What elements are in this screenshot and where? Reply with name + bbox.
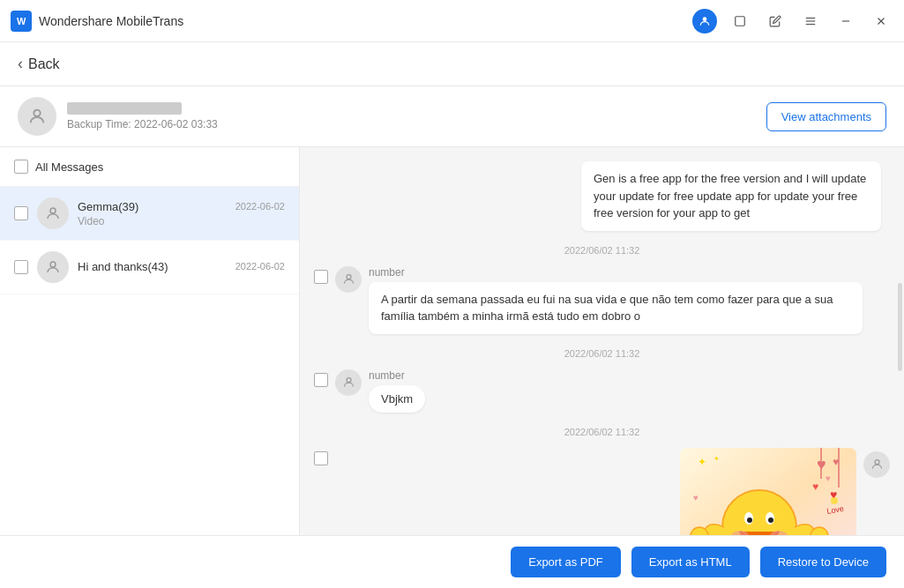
bottom-bar: Export as PDF Export as HTML Restore to …	[0, 535, 904, 588]
minimize-icon[interactable]	[833, 9, 858, 33]
contact-info: Backup Time: 2022-06-02 03:33	[18, 97, 218, 136]
menu-icon[interactable]	[798, 9, 823, 33]
right-panel-wrapper: Gen is a free app for the free version a…	[300, 147, 904, 535]
svg-text:✦: ✦	[698, 456, 706, 468]
export-html-button[interactable]: Export as HTML	[631, 547, 750, 577]
message-checkbox[interactable]	[314, 373, 328, 387]
all-messages-label: All Messages	[35, 160, 103, 174]
image-bubble: ♥ ♥ ♥ ✦ ✦ ♥ ♥	[680, 448, 856, 536]
back-button[interactable]: ‹ Back	[18, 55, 60, 73]
all-messages-checkbox[interactable]	[14, 160, 28, 174]
svg-point-13	[347, 275, 351, 279]
backup-time: Backup Time: 2022-06-02 03:33	[67, 118, 218, 130]
message-bubble: A partir da semana passada eu fui na sua…	[369, 282, 863, 334]
message-avatar	[335, 369, 362, 396]
scrollbar-thumb[interactable]	[898, 283, 902, 371]
right-message-avatar	[863, 451, 890, 478]
restore-device-button[interactable]: Restore to Device	[760, 547, 886, 577]
svg-point-2	[703, 17, 707, 21]
app-title: Wondershare MobileTrans	[39, 14, 692, 28]
svg-text:♥: ♥	[826, 473, 831, 483]
title-bar: W Wondershare MobileTrans	[0, 0, 904, 42]
window-icon[interactable]	[728, 9, 752, 33]
view-attachments-button[interactable]: View attachments	[766, 102, 886, 131]
svg-text:✦: ✦	[713, 455, 720, 463]
conversation-info: Gemma(39) 2022-06-02 Video	[78, 200, 285, 227]
contact-details: Backup Time: 2022-06-02 03:33	[67, 102, 218, 130]
svg-point-14	[347, 378, 351, 383]
conv-date: 2022-06-02	[235, 261, 285, 272]
conv-name-row: Hi and thanks(43) 2022-06-02	[78, 260, 285, 273]
svg-text:♥: ♥	[833, 456, 839, 468]
contact-avatar	[18, 97, 56, 136]
contact-name-blurred	[67, 102, 182, 115]
svg-point-10	[34, 110, 40, 116]
conv-preview: Video	[78, 215, 285, 227]
message-avatar	[335, 266, 362, 293]
export-pdf-button[interactable]: Export as PDF	[511, 547, 621, 577]
message-block: number A partir da semana passada eu fui…	[314, 266, 890, 334]
back-arrow-icon: ‹	[18, 55, 23, 73]
message-body: number A partir da semana passada eu fui…	[369, 266, 890, 334]
svg-text:♥: ♥	[693, 493, 699, 502]
conv-name-row: Gemma(39) 2022-06-02	[78, 200, 285, 213]
message-checkbox[interactable]	[314, 270, 328, 284]
conversation-list: Gemma(39) 2022-06-02 Video	[0, 187, 299, 535]
svg-point-30	[768, 517, 773, 523]
left-panel: All Messages Gemma(39) 2022-06-02	[0, 147, 300, 535]
message-sender: number	[369, 266, 890, 279]
vbjkm-bubble: Vbjkm	[369, 385, 425, 413]
back-bar: ‹ Back	[0, 42, 904, 86]
messages-area[interactable]: Gen is a free app for the free version a…	[300, 147, 904, 535]
edit-icon[interactable]	[763, 9, 788, 33]
close-icon[interactable]	[869, 9, 893, 33]
conversation-item[interactable]: Gemma(39) 2022-06-02 Video	[0, 187, 299, 241]
outgoing-message-block: Gen is a free app for the free version a…	[314, 161, 890, 231]
conversation-item[interactable]: Hi and thanks(43) 2022-06-02	[0, 241, 299, 294]
all-messages-row: All Messages	[0, 147, 299, 187]
svg-text:W: W	[17, 16, 26, 26]
svg-rect-3	[736, 16, 745, 26]
message-timestamp: 2022/06/02 11:32	[314, 427, 890, 437]
conversation-checkbox[interactable]	[14, 260, 28, 274]
message-body: number Vbjkm	[369, 369, 890, 413]
header-row: Backup Time: 2022-06-02 03:33 View attac…	[0, 86, 904, 147]
app-logo: W	[11, 11, 32, 32]
message-timestamp: 2022/06/02 11:32	[314, 245, 890, 256]
svg-point-11	[50, 208, 56, 213]
svg-point-12	[50, 262, 56, 267]
conv-date: 2022-06-02	[235, 201, 285, 212]
conv-name: Gemma(39)	[78, 200, 138, 213]
user-icon[interactable]	[692, 9, 717, 33]
content-area: Backup Time: 2022-06-02 03:33 View attac…	[0, 86, 904, 535]
main-content: ‹ Back Backup Time: 2022-06-02 03:33 Vie…	[0, 42, 904, 588]
message-sender: number	[369, 369, 890, 382]
conversation-checkbox[interactable]	[14, 206, 28, 220]
window-controls	[692, 9, 893, 33]
svg-point-43	[875, 460, 879, 465]
message-timestamp: 2022/06/02 11:32	[314, 348, 890, 359]
svg-point-42	[831, 497, 838, 504]
conversation-avatar	[37, 251, 69, 283]
outgoing-bubble: Gen is a free app for the free version a…	[581, 161, 881, 231]
conversation-info: Hi and thanks(43) 2022-06-02	[78, 260, 285, 275]
conv-name: Hi and thanks(43)	[78, 260, 168, 273]
message-checkbox[interactable]	[314, 451, 328, 465]
conversation-avatar	[37, 197, 69, 229]
svg-text:♥: ♥	[812, 480, 818, 493]
back-label: Back	[28, 56, 60, 72]
svg-point-28	[747, 517, 752, 523]
message-block: number Vbjkm	[314, 369, 890, 413]
image-message-block: ♥ ♥ ♥ ✦ ✦ ♥ ♥	[314, 448, 890, 536]
image-message-inner: ♥ ♥ ♥ ✦ ✦ ♥ ♥	[335, 448, 890, 536]
panels: All Messages Gemma(39) 2022-06-02	[0, 147, 904, 535]
